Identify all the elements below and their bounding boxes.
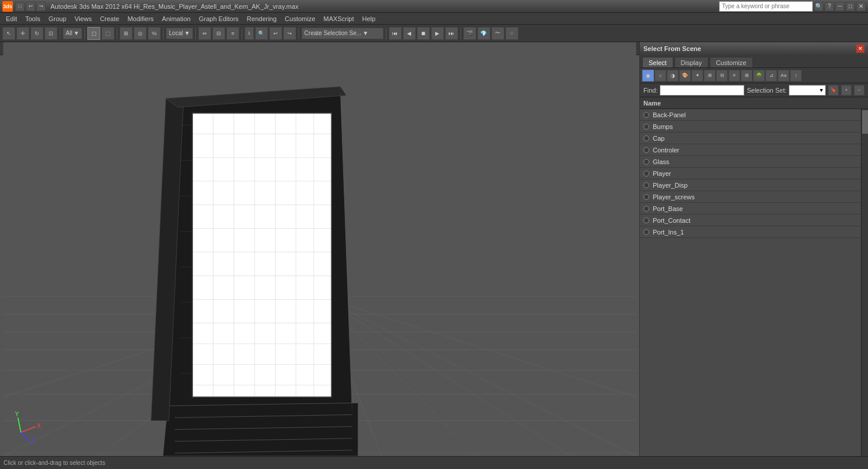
ref-coord-dropdown[interactable]: Local ▼ (166, 28, 193, 39)
list-item[interactable]: Bumps (640, 121, 861, 132)
list-item[interactable]: Player (640, 168, 861, 179)
search-input[interactable] (719, 1, 813, 12)
tab-display[interactable]: Display (674, 57, 708, 67)
mirror-btn[interactable]: ⇔ (198, 27, 211, 40)
title-toolbar-btn3[interactable]: ↪ (36, 2, 46, 11)
object-name: Controler (653, 147, 679, 154)
add-set-btn[interactable]: + (841, 85, 852, 96)
stop-btn[interactable]: ⏹ (417, 27, 430, 40)
menu-tools[interactable]: Tools (22, 13, 44, 24)
selection-set-dropdown[interactable]: ▼ (789, 85, 826, 96)
layer-btn[interactable]: ≡ (226, 27, 239, 40)
angle-snap-btn[interactable]: ◎ (134, 27, 147, 40)
title-toolbar-btn[interactable]: □ (15, 2, 25, 11)
next-frame-btn[interactable]: ▶ (431, 27, 444, 40)
scale-tool-btn[interactable]: ⊡ (45, 27, 57, 40)
tab-customize[interactable]: Customize (710, 57, 753, 67)
remove-set-btn[interactable]: − (854, 85, 864, 96)
object-name: Bumps (653, 123, 673, 130)
menu-modifiers[interactable]: Modifiers (124, 13, 157, 24)
maximize-btn[interactable]: □ (846, 2, 855, 11)
sort-btn[interactable]: ↕ (790, 70, 802, 81)
menu-group[interactable]: Group (45, 13, 70, 24)
collapse-btn[interactable]: ⊟ (716, 70, 728, 81)
align-btn[interactable]: ⊟ (212, 27, 225, 40)
title-text: Autodesk 3ds Max 2012 x64 Hi_Res_Music_P… (50, 3, 299, 10)
panel-close-btn[interactable]: ✕ (856, 45, 864, 53)
filter-btn[interactable]: ⊿ (765, 70, 777, 81)
undo-btn[interactable]: ↩ (269, 27, 282, 40)
object-name: Player (653, 170, 671, 177)
curve-editor-btn[interactable]: 〜 (491, 27, 504, 40)
scroll-thumb[interactable] (862, 110, 868, 134)
case-btn[interactable]: Aa (778, 70, 789, 81)
menu-maxscript[interactable]: MAXScript (320, 13, 358, 24)
toolbar-sep9 (460, 28, 461, 39)
menu-animation[interactable]: Animation (158, 13, 194, 24)
hierarchy-btn[interactable]: 🌳 (753, 70, 765, 81)
object-name: Cap (653, 135, 664, 142)
rotate-tool-btn[interactable]: ↻ (30, 27, 43, 40)
zoom-btn[interactable]: 🔍 (255, 27, 268, 40)
list-item[interactable]: Cap (640, 132, 861, 144)
select-filter-dropdown[interactable]: All ▼ (63, 28, 82, 39)
app-logo: 3ds (2, 1, 13, 12)
list-item[interactable]: Port_Ins_1 (640, 226, 861, 238)
help-icon[interactable]: ? (825, 2, 834, 11)
svg-text:Y: Y (15, 411, 19, 417)
find-bar: Find: Selection Set: ▼ 🔖 + − (640, 83, 868, 97)
title-bar-right: 🔍 ? ─ □ ✕ (719, 1, 866, 12)
list-item[interactable]: Player_Disp (640, 179, 861, 191)
select-btn[interactable]: ▢ (87, 27, 100, 40)
viewport[interactable]: + Perspective Shaded + Edged Faces Total… (0, 42, 639, 456)
object-radio (643, 206, 649, 212)
object-name: Port_Base (653, 205, 683, 212)
select-all-btn[interactable]: ◉ (642, 70, 654, 81)
select-invert-btn[interactable]: ◑ (667, 70, 679, 81)
last-frame-btn[interactable]: ⏭ (445, 27, 458, 40)
toolbar-sep1 (60, 28, 60, 39)
highlight-btn[interactable]: ✦ (691, 70, 703, 81)
close-btn[interactable]: ✕ (856, 2, 866, 11)
menu-help[interactable]: Help (359, 13, 379, 24)
menu-graph-editors[interactable]: Graph Editors (195, 13, 242, 24)
move-tool-btn[interactable]: ✛ (16, 27, 29, 40)
menu-views[interactable]: Views (71, 13, 95, 24)
selection-set-dropdown[interactable]: Create Selection Se... ▼ (301, 28, 384, 39)
particle-btn[interactable]: ⁘ (506, 27, 518, 40)
select-tool-btn[interactable]: ↖ (2, 27, 15, 40)
find-input[interactable] (660, 85, 744, 96)
menu-edit[interactable]: Edit (2, 13, 21, 24)
material-editor-btn[interactable]: 💎 (477, 27, 490, 40)
play-btn[interactable]: ⏮ (389, 27, 402, 40)
select-by-color-btn[interactable]: 🎨 (679, 70, 691, 81)
list-item[interactable]: Player_screws (640, 191, 861, 203)
scrollbar[interactable] (861, 109, 868, 456)
search-icon[interactable]: 🔍 (814, 2, 823, 11)
title-toolbar-btn2[interactable]: ↩ (26, 2, 35, 11)
tab-select[interactable]: Select (642, 57, 673, 67)
list-item[interactable]: Port_Base (640, 203, 861, 215)
snap-toggle-btn[interactable]: ⊞ (120, 27, 133, 40)
menu-rendering[interactable]: Rendering (243, 13, 280, 24)
select-region-btn[interactable]: ⬚ (101, 27, 114, 40)
redo-btn[interactable]: ↪ (283, 27, 296, 40)
select-none-btn[interactable]: ○ (655, 70, 666, 81)
menu-create[interactable]: Create (96, 13, 123, 24)
menu-customize[interactable]: Customize (282, 13, 319, 24)
toolbar-sep7 (299, 28, 299, 39)
render-btn[interactable]: 🎬 (463, 27, 476, 40)
bookmark-btn[interactable]: 🔖 (828, 85, 839, 96)
object-name: Port_Contact (653, 217, 690, 224)
expand-btn[interactable]: ⊞ (704, 70, 716, 81)
icon-view-btn[interactable]: ⊞ (741, 70, 752, 81)
list-view-btn[interactable]: ≡ (728, 70, 740, 81)
prev-frame-btn[interactable]: ◀ (403, 27, 416, 40)
toolbar-sep2 (84, 28, 85, 39)
minimize-btn[interactable]: ─ (835, 2, 845, 11)
list-item[interactable]: Controler (640, 144, 861, 156)
list-item[interactable]: Glass (640, 156, 861, 168)
list-item[interactable]: Port_Contact (640, 215, 861, 226)
list-item[interactable]: Back-Panel (640, 109, 861, 121)
percent-snap-btn[interactable]: % (148, 27, 161, 40)
